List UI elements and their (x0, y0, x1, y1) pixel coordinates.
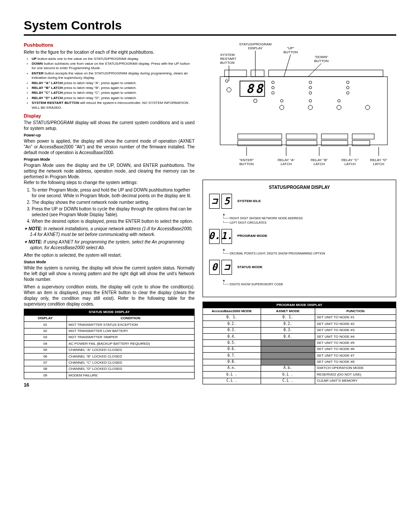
table-row: 06CHANNEL "B" LOCKED CLOSED (24, 354, 195, 360)
note-1-text: In network installations, a unique netwo… (30, 226, 192, 237)
fig-sp: STATUS/PROGRAM (239, 42, 272, 46)
status-mode-table: STATUS MODE DISPLAY DISPLAY CONDITION 01… (24, 309, 195, 379)
svg-text:LATCH: LATCH (280, 162, 292, 166)
svg-point-16 (225, 80, 228, 82)
pushbutton-item: RELAY "A" LATCH press to latch relay "A"… (32, 81, 195, 85)
page-title: System Controls (24, 18, 396, 33)
program-mode-label: PROGRAM MODE (237, 234, 267, 238)
svg-point-19 (272, 86, 274, 89)
table-row: 05CHANNEL "A" LOCKED CLOSED (24, 347, 195, 353)
svg-text:DISPLAY: DISPLAY (248, 46, 263, 50)
idle-left-digit: ⊐ (209, 194, 220, 209)
svg-rect-11 (251, 70, 264, 77)
status-mode-heading: Status Mode (24, 260, 195, 265)
svg-line-6 (284, 55, 291, 77)
fig-ra: RELAY "A" (278, 158, 295, 162)
fig-enter: "ENTER" (239, 158, 254, 162)
program-table-h3: FUNCTION (315, 308, 396, 314)
table-row: C.L .C.L .CLEAR UNIT'S MEMORY (203, 378, 396, 384)
note-1: ✦ NOTE: In network installations, a uniq… (30, 226, 195, 237)
status-mode-text2: When a supervisory condition exists, the… (24, 284, 195, 307)
program-step: When the desired option is displayed, pr… (32, 218, 195, 224)
pushbutton-item: SYSTEM RESTART BUTTON will reboot the sy… (32, 101, 195, 110)
svg-point-32 (308, 105, 313, 110)
table-row: 0.4.0.4.SET UNIT TO NODE #4 (203, 334, 396, 340)
table-row: 0.7.SET UNIT TO NODE #7 (203, 353, 396, 359)
svg-text:BUTTON: BUTTON (239, 162, 254, 166)
pushbutton-item: DOWN button subtracts one from value on … (32, 62, 195, 71)
svg-point-17 (227, 88, 231, 92)
program-steps: To enter Program Mode, press and hold th… (32, 187, 195, 224)
table-row: 01MGT TRANSMITTER STATUS EXCEPTION (24, 322, 195, 328)
svg-text:8: 8 (255, 81, 264, 96)
pushbutton-item: RELAY "D" LATCH press to latch relay "D"… (32, 96, 195, 100)
pushbutton-item: ENTER button accepts the value on the ST… (32, 71, 195, 81)
program-table-title: PROGRAM MODE DISPLAY (203, 302, 396, 308)
idle-note1: ▲└── RIGHT DIGIT SHOWS NETWORK NODE ADDR… (222, 212, 390, 224)
svg-rect-36 (286, 134, 317, 139)
program-step: To enter Program Mode, press and hold th… (32, 187, 195, 199)
status-table-h1: DISPLAY (24, 315, 67, 321)
table-row: 09MODEM FAILURE (24, 372, 195, 379)
svg-rect-38 (352, 134, 374, 139)
svg-rect-9 (220, 77, 387, 145)
board-diagram: STATUS/PROGRAM DISPLAY "UP" BUTTON SYSTE… (203, 39, 396, 173)
fig-rd: RELAY "D" (370, 158, 387, 162)
pushbutton-item: UP button adds one to the value on the S… (32, 57, 195, 61)
svg-point-31 (280, 105, 284, 110)
program-step: The display shows the current network no… (32, 199, 195, 205)
status-table-title: STATUS MODE DISPLAY (24, 309, 195, 315)
fig-rc: RELAY "C" (341, 158, 358, 162)
table-row: b.L .b.L .RESERVED (DO NOT USE) (203, 372, 396, 378)
table-row: 07CHANNEL "C" LOCKED CLOSED (24, 360, 195, 366)
note-2-text: If using AXNET for programming the syste… (30, 240, 184, 250)
idle-right-digit: 5 (221, 194, 232, 209)
svg-point-25 (346, 86, 349, 89)
svg-point-34 (365, 105, 370, 110)
table-row: 0. 1.0. 1.SET UNIT TO NODE #1 (203, 314, 396, 321)
svg-point-29 (309, 100, 312, 102)
svg-point-30 (338, 100, 340, 102)
program-table-h2: AXNET MODE (261, 308, 315, 314)
powerup-heading: Power-up (24, 133, 195, 138)
stat-left-digit: 0 (209, 260, 220, 275)
sp-title: STATUS/PROGRAM DISPLAY (209, 184, 390, 190)
pushbuttons-intro: Refer to the figure for the location of … (24, 49, 195, 55)
page-number: 16 (24, 382, 195, 388)
svg-rect-37 (321, 134, 348, 139)
status-mode-text1: While the system is running, the display… (24, 265, 195, 282)
table-row: 02MGT TRANSMITTER LOW BATTERY (24, 328, 195, 334)
svg-text:BUTTON: BUTTON (220, 61, 235, 65)
svg-text:BUTTON: BUTTON (314, 59, 329, 63)
fig-restart: SYSTEM (220, 53, 235, 57)
program-mode-text1: Program Mode uses the display and the UP… (24, 162, 195, 180)
status-table-h2: CONDITION (66, 315, 194, 321)
pushbutton-item: RELAY "C" LATCH press to latch relay "C"… (32, 91, 195, 95)
svg-point-21 (309, 81, 312, 84)
prog-left-digit: 0. (209, 229, 220, 244)
pushbuttons-heading: Pushbuttons (24, 42, 195, 48)
stat-right-digit: ⊐ (221, 260, 232, 275)
pushbuttons-list: UP button adds one to the value on the S… (32, 57, 195, 110)
stat-note: ▲└── DIGITS SHOW SUPERVISORY CODE (222, 278, 390, 286)
status-program-box: STATUS/PROGRAM DISPLAY ⊐ 5 SYSTEM IDLE ▲… (203, 180, 396, 297)
svg-text:LATCH: LATCH (344, 162, 356, 166)
svg-point-22 (309, 86, 312, 89)
svg-point-28 (280, 100, 283, 102)
svg-text:BUTTON: BUTTON (284, 50, 298, 54)
svg-point-33 (337, 105, 341, 110)
program-mode-text2: Refer to the following steps to change t… (24, 180, 195, 185)
svg-point-26 (346, 92, 349, 94)
svg-rect-10 (225, 70, 247, 77)
table-row: 0.6.SET UNIT TO NODE #6 (203, 346, 396, 352)
prog-right-digit: 1. (221, 229, 232, 244)
table-row: 0.3.0.3.SET UNIT TO NODE #3 (203, 327, 396, 333)
table-row: 0.5.SET UNIT TO NODE #5 (203, 340, 396, 346)
program-step: Press the UP or DOWN button to cycle the… (32, 206, 195, 218)
svg-point-27 (254, 99, 257, 103)
svg-text:LATCH: LATCH (313, 162, 325, 166)
svg-point-20 (272, 92, 274, 94)
title-rule (24, 34, 396, 36)
table-row: 0.8.SET UNIT TO NODE #8 (203, 359, 396, 365)
table-row: 0.2.0.2.SET UNIT TO NODE #2 (203, 321, 396, 327)
